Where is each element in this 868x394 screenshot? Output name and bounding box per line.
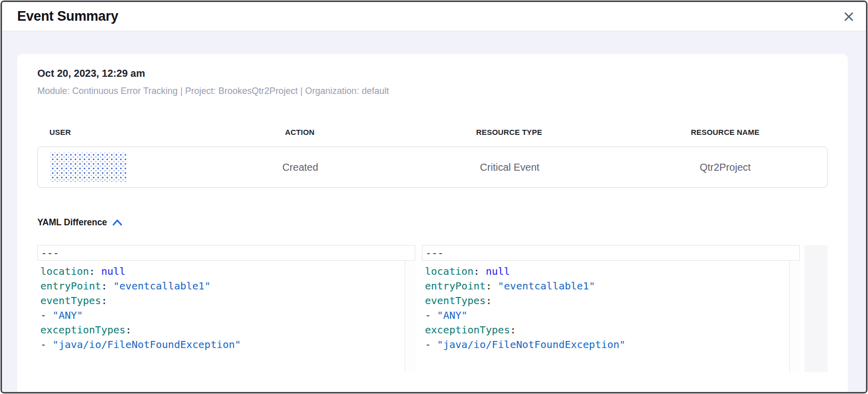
resource-name-cell: Qtr2Project [623,162,827,173]
column-header-action: ACTION [204,128,396,136]
code-line: exceptionTypes: [40,323,415,337]
modal-title: Event Summary [17,9,840,24]
code-line: exceptionTypes: [425,323,800,337]
user-redacted-pattern [50,153,127,182]
action-cell: Created [204,162,396,173]
table-row: Created Critical Event Qtr2Project [37,146,828,188]
event-timestamp: Oct 20, 2023, 12:29 am [37,68,828,79]
yaml-difference-toggle[interactable]: YAML Difference [37,217,122,228]
code-line: entryPoint: "eventcallable1" [40,279,415,293]
panel-scrollbar[interactable] [789,261,800,372]
close-icon [844,12,854,22]
resource-type-cell: Critical Event [396,162,623,173]
yaml-code: location: nullentryPoint: "eventcallable… [37,261,415,352]
code-line: eventTypes: [40,293,415,308]
code-line: - "ANY" [40,308,415,323]
panel-scrollbar[interactable] [405,261,415,372]
column-header-user: USER [37,128,204,136]
code-line: eventTypes: [425,293,800,308]
diff-outer-scrollbar[interactable] [804,245,828,372]
modal-body: Oct 20, 2023, 12:29 am Module: Continuou… [2,31,866,392]
yaml-panel-left[interactable]: ---location: nullentryPoint: "eventcalla… [37,245,415,372]
yaml-diff-container: ---location: nullentryPoint: "eventcalla… [37,245,828,372]
close-button[interactable] [840,8,858,26]
code-line: - "java/io/FileNotFoundException" [425,337,800,352]
event-meta: Module: Continuous Error Tracking | Proj… [37,86,828,96]
column-header-resource-name: RESOURCE NAME [623,128,828,136]
event-card: Oct 20, 2023, 12:29 am Module: Continuou… [17,54,848,393]
column-header-resource-type: RESOURCE TYPE [396,128,623,136]
yaml-difference-label: YAML Difference [37,217,107,228]
yaml-first-line: --- [37,245,415,261]
yaml-first-line: --- [422,245,800,261]
code-line: entryPoint: "eventcallable1" [425,279,800,293]
user-cell [38,153,204,182]
code-line: location: null [40,264,415,279]
chevron-up-icon [113,219,122,226]
event-summary-modal: Event Summary Oct 20, 2023, 12:29 am Mod… [1,1,867,393]
code-line: - "ANY" [425,308,800,323]
yaml-panel-right[interactable]: ---location: nullentryPoint: "eventcalla… [422,245,800,372]
code-line: location: null [425,264,800,279]
code-line: - "java/io/FileNotFoundException" [40,337,415,352]
table-header-row: USERACTIONRESOURCE TYPERESOURCE NAME [37,128,828,136]
yaml-code: location: nullentryPoint: "eventcallable… [422,261,800,352]
modal-header: Event Summary [2,2,866,31]
